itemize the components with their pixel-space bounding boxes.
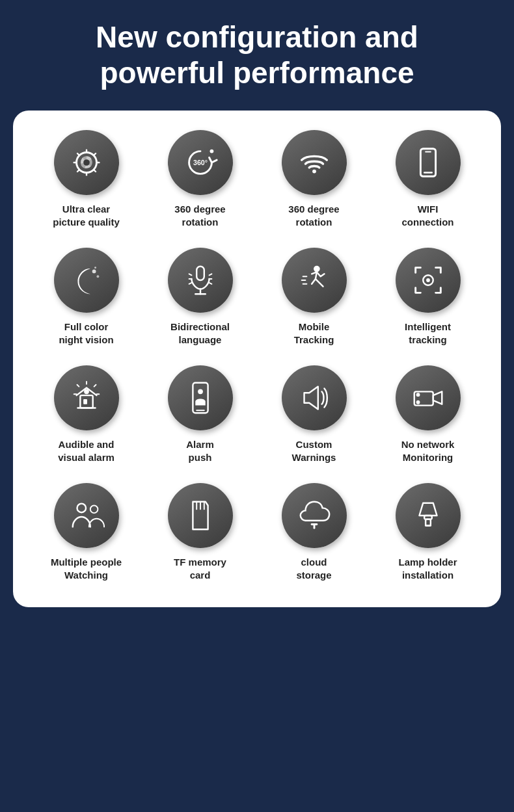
wifi-icon xyxy=(282,130,347,195)
rotation2-label: 360 degreerotation xyxy=(288,203,339,228)
page-title: New configuration and powerful performan… xyxy=(39,20,475,91)
svg-point-22 xyxy=(198,389,203,395)
svg-point-14 xyxy=(314,266,320,272)
no-network-label: No networkMonitoring xyxy=(401,438,455,464)
speaker-icon xyxy=(282,365,347,430)
wifi-connection-label: WIFIconnection xyxy=(401,203,453,228)
ultra-clear-icon xyxy=(54,130,119,195)
feature-rotation1: 360° 360 degreerotation xyxy=(146,130,254,228)
people-icon xyxy=(54,483,119,548)
feature-night-vision: Full colornight vision xyxy=(33,248,140,346)
features-card: Ultra clearpicture quality 360° 360 degr… xyxy=(13,111,501,607)
features-grid: Ultra clearpicture quality 360° 360 degr… xyxy=(33,130,481,581)
feature-mobile-tracking: MobileTracking xyxy=(260,248,368,346)
svg-point-27 xyxy=(90,506,98,514)
lamp-icon xyxy=(396,483,461,548)
svg-point-1 xyxy=(83,160,90,166)
videocam-icon xyxy=(396,365,461,430)
feature-bidirectional: Bidirectionallanguage xyxy=(146,248,254,346)
feature-custom-warnings: CustomWarnings xyxy=(260,365,368,464)
ultra-clear-label: Ultra clearpicture quality xyxy=(53,203,120,228)
phone-icon xyxy=(396,130,461,195)
feature-audible-alarm: Audible andvisual alarm xyxy=(33,365,140,464)
person-running-icon xyxy=(282,248,347,313)
svg-point-9 xyxy=(96,276,99,278)
alarm-icon xyxy=(54,365,119,430)
svg-rect-11 xyxy=(196,267,204,280)
svg-rect-34 xyxy=(426,519,431,526)
svg-point-25 xyxy=(416,400,420,404)
svg-point-24 xyxy=(416,393,420,397)
multiple-watching-label: Multiple peopleWatching xyxy=(51,556,122,581)
svg-point-4 xyxy=(312,170,316,174)
mic-icon xyxy=(168,248,233,313)
svg-text:360°: 360° xyxy=(193,159,208,166)
sdcard-icon xyxy=(168,483,233,548)
lamp-holder-label: Lamp holderinstallation xyxy=(398,556,457,581)
alarm-push-label: Alarmpush xyxy=(186,438,214,464)
header: New configuration and powerful performan… xyxy=(0,0,514,111)
svg-point-16 xyxy=(426,278,430,282)
audible-alarm-label: Audible andvisual alarm xyxy=(58,438,115,464)
feature-wifi-icon: 360 degreerotation xyxy=(260,130,368,228)
feature-tf-card: TF memorycard xyxy=(146,483,254,581)
svg-point-26 xyxy=(77,504,86,513)
tf-card-label: TF memorycard xyxy=(174,556,226,581)
cloud-icon xyxy=(282,483,347,548)
svg-point-19 xyxy=(84,389,89,395)
feature-lamp-holder: Lamp holderinstallation xyxy=(374,483,481,581)
rotation1-label: 360 degreerotation xyxy=(174,203,225,228)
mobile-tracking-label: MobileTracking xyxy=(294,321,334,346)
svg-rect-18 xyxy=(83,399,87,404)
feature-wifi-connection: WIFIconnection xyxy=(374,130,481,228)
bidirectional-label: Bidirectionallanguage xyxy=(170,321,230,346)
target-icon xyxy=(396,248,461,313)
svg-point-3 xyxy=(210,150,213,153)
svg-point-8 xyxy=(92,270,96,274)
feature-ultra-clear: Ultra clearpicture quality xyxy=(33,130,140,228)
feature-alarm-push: Alarmpush xyxy=(146,365,254,464)
feature-no-network: No networkMonitoring xyxy=(374,365,481,464)
svg-point-10 xyxy=(94,267,96,269)
phonescreen-icon xyxy=(168,365,233,430)
feature-intelligent-tracking: Intelligenttracking xyxy=(374,248,481,346)
feature-cloud-storage: cloudstorage xyxy=(260,483,368,581)
feature-multiple-watching: Multiple peopleWatching xyxy=(33,483,140,581)
cloud-storage-label: cloudstorage xyxy=(296,556,331,581)
moon-icon xyxy=(54,248,119,313)
svg-rect-20 xyxy=(193,383,208,413)
night-vision-label: Full colornight vision xyxy=(59,321,113,346)
rotation1-icon: 360° xyxy=(168,130,233,195)
custom-warnings-label: CustomWarnings xyxy=(292,438,336,464)
intelligent-tracking-label: Intelligenttracking xyxy=(405,321,451,346)
